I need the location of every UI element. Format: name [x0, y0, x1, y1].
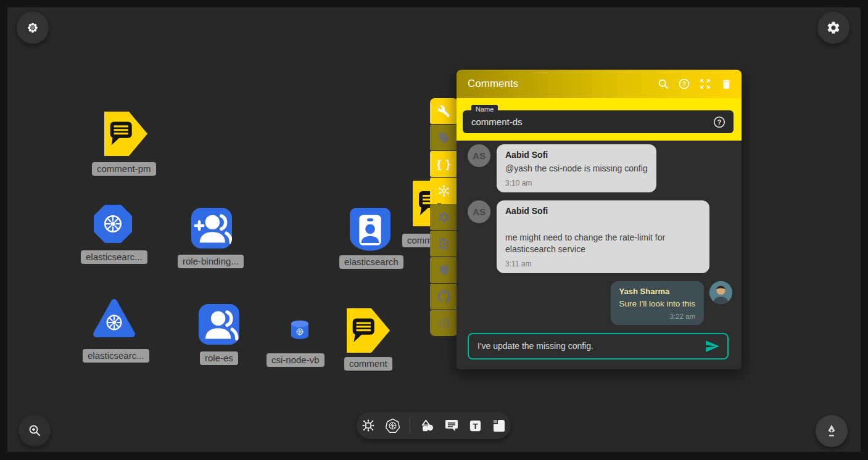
- node-label: csi-node-vb: [267, 353, 324, 367]
- send-button[interactable]: [705, 339, 720, 354]
- comments-panel-header[interactable]: Comments ?: [457, 70, 742, 98]
- node-label: elasticsearc...: [81, 250, 147, 264]
- panel-title: Comments: [468, 78, 653, 90]
- history-icon: [437, 317, 450, 330]
- configure-wrench-button[interactable]: [430, 98, 458, 124]
- search-icon: [657, 78, 669, 90]
- message-time: 3:10 am: [505, 179, 648, 187]
- gear-icon: [826, 20, 841, 35]
- chat-message-input[interactable]: [477, 341, 705, 351]
- comments-thread[interactable]: AS Aabid Sofi @yash the csi-node is miss…: [457, 141, 742, 325]
- badge-icon: [350, 207, 391, 254]
- help-icon: ?: [713, 115, 726, 129]
- avatar-initials: AS: [468, 200, 490, 223]
- role-binding-icon: [191, 208, 232, 248]
- message-author: Aabid Sofi: [505, 150, 648, 160]
- tag-icon: [437, 131, 450, 144]
- pen-nib-icon: [824, 423, 840, 439]
- node-role-binding[interactable]: [191, 208, 232, 251]
- comment-icon: [444, 418, 459, 433]
- kubernetes-octagon-icon: [93, 203, 133, 244]
- kubernetes-button[interactable]: [385, 418, 400, 433]
- help-icon: ?: [678, 78, 690, 90]
- name-field: Name ?: [463, 110, 734, 133]
- zoom-in-fab[interactable]: [19, 414, 51, 446]
- comments-panel: Comments ? Name ? AS Aabid Sofi @ya: [457, 70, 742, 369]
- expand-icon: [699, 78, 711, 90]
- node-csi-node-vb[interactable]: [289, 319, 311, 343]
- relationships-mesh-button[interactable]: [430, 178, 458, 203]
- note-tool-button[interactable]: [492, 418, 506, 433]
- delete-icon: [721, 78, 732, 90]
- message-text: me might need to change the rate-limit f…: [505, 232, 701, 255]
- help-button[interactable]: ?: [674, 73, 695, 94]
- node-label: elasticsearch: [339, 255, 403, 269]
- person-photo-icon: [709, 281, 732, 304]
- shapes-dock: T: [357, 412, 511, 439]
- flower-logo-icon: [26, 21, 39, 35]
- node-elasticsearch-octagon[interactable]: [93, 203, 133, 247]
- wrench-icon: [437, 105, 450, 118]
- kubernetes-icon: [385, 418, 400, 433]
- chat-input-row: [468, 333, 729, 369]
- node-comment[interactable]: [346, 308, 391, 356]
- role-icon: [199, 304, 239, 345]
- node-comment-pm[interactable]: [104, 111, 148, 159]
- text-icon: T: [468, 419, 482, 433]
- inspect-document-button[interactable]: [430, 231, 458, 257]
- braces-icon: { }: [437, 157, 451, 171]
- name-field-band: Name ?: [457, 98, 742, 141]
- message-time: 3:11 am: [505, 260, 701, 268]
- node-label: comment: [344, 357, 392, 371]
- name-input[interactable]: [471, 117, 711, 127]
- text-tool-button[interactable]: T: [468, 419, 482, 433]
- search-button[interactable]: [653, 73, 674, 94]
- message-bubble: Yash Sharma Sure I'll look into this 3:2…: [611, 281, 704, 325]
- cylinder-icon: [289, 319, 311, 340]
- settings-fab[interactable]: [817, 12, 849, 44]
- label-tag-button[interactable]: [430, 125, 458, 150]
- svg-text:?: ?: [682, 81, 686, 88]
- mesh-icon: [437, 184, 451, 198]
- svg-text:T: T: [473, 421, 478, 430]
- message-row: AS Aabid Sofi @yash the csi-node is miss…: [468, 144, 732, 192]
- note-icon: [492, 418, 506, 433]
- avatar-initials: AS: [468, 144, 490, 167]
- expand-button[interactable]: [695, 73, 716, 94]
- find-in-page-icon: [437, 237, 450, 250]
- node-elasticsearch-badge[interactable]: [350, 207, 391, 257]
- name-help-button[interactable]: ?: [711, 114, 727, 130]
- send-icon: [705, 339, 720, 354]
- app-logo-button[interactable]: [17, 12, 49, 44]
- node-role-es[interactable]: [199, 304, 239, 347]
- shapes-icon: [420, 418, 435, 433]
- name-field-label: Name: [471, 105, 498, 114]
- github-icon: [437, 290, 451, 303]
- message-text: @yash the csi-node is missing config: [505, 163, 648, 175]
- message-time: 3:22 am: [619, 313, 695, 320]
- json-braces-button[interactable]: { }: [430, 151, 458, 177]
- node-label: comm: [402, 234, 431, 247]
- message-author: Yash Sharma: [619, 287, 695, 296]
- kubernetes-triangle-icon: [93, 297, 136, 341]
- workflow-circuit-button[interactable]: [361, 418, 376, 433]
- delete-button[interactable]: [716, 73, 737, 94]
- settings-gear-button[interactable]: [430, 204, 458, 230]
- pen-tool-fab[interactable]: [816, 415, 848, 447]
- security-shield-button[interactable]: [430, 257, 458, 283]
- gear-icon: [437, 211, 450, 224]
- comment-node-icon: [346, 308, 391, 353]
- message-author: Aabid Sofi: [505, 206, 701, 216]
- comment-node-icon: [104, 111, 148, 157]
- message-bubble: Aabid Sofi me might need to change the r…: [497, 200, 709, 273]
- node-label: comment-pm: [92, 162, 156, 176]
- shield-icon: [438, 264, 450, 276]
- history-button[interactable]: [430, 310, 458, 336]
- shapes-button[interactable]: [420, 418, 435, 433]
- node-label: role-es: [200, 351, 238, 365]
- node-elasticsearch-triangle[interactable]: [93, 297, 136, 343]
- github-button[interactable]: [430, 284, 458, 310]
- comment-tool-button[interactable]: [444, 418, 459, 433]
- message-text: Sure I'll look into this: [619, 298, 695, 310]
- zoom-in-icon: [27, 423, 42, 438]
